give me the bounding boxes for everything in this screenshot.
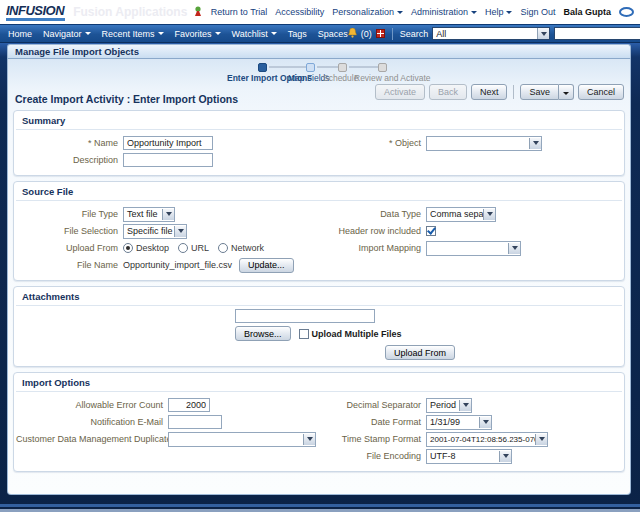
- description-label: Description: [16, 155, 123, 165]
- time-stamp-format-label: Time Stamp Format: [334, 434, 426, 444]
- header-row-included-label: Header row included: [334, 226, 426, 236]
- sign-out-link[interactable]: Sign Out: [520, 7, 555, 17]
- help-menu[interactable]: Help: [485, 7, 513, 17]
- import-mapping-select[interactable]: [426, 241, 521, 256]
- chevron-down-icon: [537, 28, 549, 39]
- file-selection-select[interactable]: Specific file: [123, 224, 187, 239]
- import-mapping-label: Import Mapping: [334, 243, 426, 253]
- description-input[interactable]: [123, 153, 213, 167]
- name-input[interactable]: [123, 136, 213, 150]
- upload-from-desktop-option[interactable]: Desktop: [123, 243, 169, 253]
- chevron-down-icon: [271, 32, 277, 35]
- chevron-down-icon: [508, 243, 520, 254]
- chevron-down-icon: [397, 11, 403, 14]
- train-stop-enter-import-options[interactable]: [258, 63, 267, 72]
- object-select[interactable]: [426, 136, 542, 151]
- time-stamp-format-select[interactable]: 2001-07-04T12:08:56.235-0700: [426, 432, 548, 447]
- chevron-down-icon: [563, 92, 569, 95]
- chevron-down-icon: [483, 209, 495, 220]
- file-name-value: Opportunity_import_file.csv: [123, 260, 232, 270]
- update-button[interactable]: Update...: [239, 258, 294, 273]
- back-button[interactable]: Back: [429, 84, 467, 100]
- search-label: Search: [400, 29, 429, 39]
- upload-from-label: Upload From: [16, 243, 123, 253]
- train-connector: [269, 66, 306, 68]
- file-encoding-select[interactable]: UTF-8: [426, 449, 512, 464]
- notifications-bell-icon[interactable]: [348, 28, 357, 40]
- nav-spaces[interactable]: Spaces: [318, 29, 348, 39]
- oracle-logo: [619, 7, 634, 17]
- cancel-button[interactable]: Cancel: [578, 84, 624, 100]
- nav-home[interactable]: Home: [8, 29, 32, 39]
- notification-email-input[interactable]: [168, 415, 222, 429]
- search-input[interactable]: [554, 27, 640, 40]
- chevron-down-icon: [459, 400, 471, 411]
- trial-status-icon: [193, 6, 203, 19]
- return-to-trial-link[interactable]: Return to Trial: [211, 7, 268, 17]
- upload-multiple-files-option[interactable]: Upload Multiple Files: [299, 329, 402, 339]
- train-stop-map-fields[interactable]: [306, 63, 315, 72]
- notification-email-label: Notification E-Mail: [16, 417, 168, 427]
- upload-multiple-files-label: Upload Multiple Files: [312, 329, 402, 339]
- chevron-down-icon: [158, 32, 164, 35]
- data-type-select[interactable]: Comma separated: [426, 207, 496, 222]
- file-name-label: File Name: [16, 260, 123, 270]
- train-progress: Enter Import Options Map Fields Schedule…: [8, 62, 630, 84]
- chevron-down-icon: [174, 226, 186, 237]
- upload-multiple-files-checkbox[interactable]: [299, 329, 309, 339]
- decimal-separator-label: Decimal Separator: [334, 400, 426, 410]
- module-header: Manage File Import Objects: [7, 44, 631, 59]
- search-scope-select[interactable]: All: [432, 27, 550, 40]
- nav-recent-items[interactable]: Recent Items: [102, 29, 164, 39]
- cdm-duplicates-select[interactable]: [168, 432, 316, 447]
- date-format-select[interactable]: 1/31/99: [426, 415, 492, 430]
- divider: [392, 28, 393, 40]
- fusion-applications-watermark: Fusion Applications: [73, 5, 187, 19]
- chevron-down-icon: [215, 32, 221, 35]
- upload-from-network-option[interactable]: Network: [218, 243, 264, 253]
- allowable-error-count-label: Allowable Error Count: [16, 400, 168, 410]
- accessibility-link[interactable]: Accessibility: [275, 7, 324, 17]
- notifications-count[interactable]: (0): [361, 29, 372, 39]
- activate-button[interactable]: Activate: [375, 84, 425, 100]
- file-selection-label: File Selection: [16, 226, 123, 236]
- nav-tags[interactable]: Tags: [288, 29, 307, 39]
- header-row-included-checkbox[interactable]: [426, 226, 436, 236]
- train-stop-review-and-activate: [378, 63, 387, 72]
- personalization-menu[interactable]: Personalization: [332, 7, 403, 17]
- nav-favorites[interactable]: Favorites: [175, 29, 221, 39]
- chevron-down-icon: [535, 434, 547, 445]
- radio-icon: [178, 243, 188, 253]
- chevron-down-icon: [479, 417, 491, 428]
- administration-menu[interactable]: Administration: [411, 7, 477, 17]
- data-type-label: Data Type: [334, 209, 426, 219]
- source-file-section: Source File File Type Text file File Sel…: [13, 181, 625, 281]
- allowable-error-count-input[interactable]: [168, 398, 210, 412]
- import-options-section-title: Import Options: [16, 375, 622, 392]
- file-encoding-label: File Encoding: [334, 451, 426, 461]
- cdm-duplicates-label: Customer Data Management Duplicates: [16, 434, 168, 444]
- file-type-select[interactable]: Text file: [123, 207, 175, 222]
- save-dropdown-button[interactable]: [559, 84, 574, 100]
- content-panel: Enter Import Options Map Fields Schedule…: [7, 59, 631, 495]
- name-label: * Name: [16, 138, 123, 148]
- next-button[interactable]: Next: [471, 84, 508, 100]
- decimal-separator-select[interactable]: Period: [426, 398, 472, 413]
- logged-in-user: Bala Gupta: [563, 7, 611, 17]
- train-connector: [349, 66, 378, 68]
- worklist-icon[interactable]: [376, 29, 385, 38]
- attachments-section: Attachments Browse... Upload Multiple Fi…: [13, 286, 625, 367]
- upload-from-button[interactable]: Upload From: [385, 345, 455, 360]
- chevron-down-icon: [85, 32, 91, 35]
- attachments-section-title: Attachments: [16, 289, 622, 306]
- upload-from-url-option[interactable]: URL: [178, 243, 209, 253]
- chevron-down-icon: [162, 209, 174, 220]
- page-frame: Manage File Import Objects Enter Import …: [0, 43, 640, 512]
- save-button[interactable]: Save: [520, 84, 559, 100]
- train-label: Review and Activate: [354, 73, 431, 83]
- nav-navigator[interactable]: Navigator: [43, 29, 91, 39]
- file-type-label: File Type: [16, 209, 123, 219]
- nav-watchlist[interactable]: Watchlist: [232, 29, 277, 39]
- browse-button[interactable]: Browse...: [235, 326, 291, 341]
- attachment-file-input[interactable]: [235, 309, 375, 323]
